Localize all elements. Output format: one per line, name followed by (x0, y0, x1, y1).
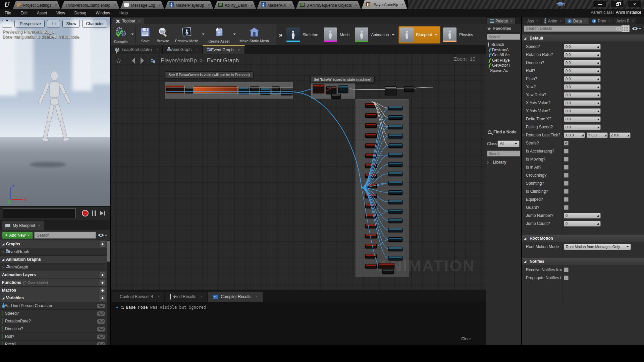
graph-tab-event-graph[interactable]: Event Graph× (203, 45, 245, 54)
reset-value-icon[interactable]: ◢ (597, 94, 599, 97)
details-search-input[interactable] (524, 25, 623, 32)
property-checkbox[interactable] (564, 173, 569, 178)
property-value-field[interactable]: 0.0◢ (564, 76, 601, 82)
graph-node[interactable] (365, 184, 377, 188)
menu-view[interactable]: View (52, 11, 70, 15)
graph-node[interactable] (281, 88, 292, 95)
graph-node[interactable] (388, 237, 402, 242)
graph-tab-leapstart-state[interactable]: LeapStart (state)× (111, 45, 163, 54)
property-value-field[interactable]: 0.0◢ (564, 100, 601, 106)
preview-viewport[interactable]: PerspectiveLitShowCharacterLO Previewing… (0, 17, 111, 206)
palette-item-destroya[interactable]: ƒDestroyA (488, 48, 521, 52)
app-tab-ability-dash[interactable]: Ability_Dash× (214, 1, 256, 9)
tree-item-direction[interactable]: Direction? (0, 325, 107, 333)
viewport-button-perspective[interactable]: Perspective (14, 20, 45, 28)
property-value-field[interactable]: 0.0◢ (564, 116, 601, 122)
close-icon[interactable]: × (608, 19, 610, 23)
add-button[interactable]: + (100, 288, 105, 293)
close-icon[interactable]: × (536, 19, 538, 23)
details-tab-ass[interactable]: Ass× (523, 18, 541, 24)
app-tab-3-animsequence-objects[interactable]: 3 AnimSequence Objects× (296, 1, 361, 9)
graph-node[interactable] (388, 153, 402, 157)
breadcrumb-current[interactable]: Event Graph (207, 57, 239, 64)
menu-window[interactable]: Window (91, 11, 115, 15)
reset-value-icon[interactable]: ◢ (597, 45, 599, 48)
graph-node[interactable] (365, 123, 377, 128)
my-blueprint-search-input[interactable] (34, 232, 96, 239)
graph-node[interactable] (365, 204, 377, 208)
details-section-root-motion[interactable]: ◢Root Motion (522, 235, 644, 242)
graph-node[interactable] (365, 174, 377, 178)
property-value-field[interactable]: 0.0◢ (564, 68, 601, 74)
reset-value-icon[interactable]: ◢ (604, 134, 606, 137)
palette-item-get-playe[interactable]: ƒGet Playe (488, 58, 521, 63)
reset-value-icon[interactable]: ◢ (597, 110, 599, 113)
add-button[interactable]: + (100, 280, 105, 286)
close-icon[interactable]: × (200, 294, 203, 299)
reset-value-icon[interactable]: ◢ (582, 134, 584, 137)
add-button[interactable]: + (100, 241, 105, 247)
record-button[interactable] (82, 210, 89, 217)
close-icon[interactable]: × (632, 19, 634, 23)
property-value-field[interactable]: 0.0◢ (564, 44, 601, 50)
graph-comment[interactable]: See if PawnOwner is valid (will not be i… (165, 71, 253, 78)
vector-x-field[interactable]: X0.0◢ (564, 132, 585, 138)
expander-icon[interactable]: ▷ (487, 161, 489, 164)
reset-value-icon[interactable]: ◢ (597, 77, 599, 80)
preview-mesh-button[interactable]: Preview Mesh (172, 24, 201, 45)
variable-visibility-toggle[interactable] (97, 319, 105, 324)
property-dropdown[interactable]: Root Motion from Montages Only (564, 244, 631, 250)
reset-value-icon[interactable]: ◢ (597, 126, 599, 129)
visibility-filter-button[interactable] (97, 233, 108, 237)
browse-button[interactable]: Browse (154, 24, 172, 45)
variable-visibility-toggle[interactable] (97, 342, 105, 345)
close-button[interactable]: × (628, 1, 641, 7)
graph-node[interactable] (365, 244, 377, 248)
viewport-button-character[interactable]: Character (82, 20, 107, 28)
save-button[interactable]: Save (137, 24, 154, 45)
graph-node[interactable] (385, 86, 396, 95)
node-search-input[interactable] (487, 150, 520, 157)
add-new-button[interactable]: + Add New (2, 232, 33, 239)
favorites-search-input[interactable] (487, 34, 520, 40)
mode-animation[interactable]: Animation (354, 26, 397, 43)
bottom-tab-compiler-results[interactable]: >_Compiler Results× (208, 292, 262, 302)
viewport-button-show[interactable]: Show (62, 20, 80, 28)
graph-node[interactable] (365, 264, 377, 268)
parent-class-value[interactable]: Anim Instance (616, 10, 641, 15)
menu-help[interactable]: Help (115, 11, 132, 15)
collapse-triangle-icon[interactable]: ◢ (2, 296, 4, 300)
details-tab-anim-p[interactable]: Anim P× (614, 18, 637, 24)
caret-down-icon[interactable] (202, 34, 205, 36)
app-tab-masteraix[interactable]: MasterAiX× (257, 1, 295, 9)
collapse-triangle-icon[interactable]: ◢ (2, 258, 4, 261)
variable-visibility-toggle[interactable] (97, 304, 105, 308)
graph-node[interactable] (388, 134, 402, 138)
collapse-triangle-icon[interactable]: ◢ (524, 260, 526, 263)
close-icon[interactable]: × (156, 47, 158, 52)
graph-node[interactable] (250, 86, 259, 93)
graph-comment[interactable]: Set 'IsInAir' (used in state machine) (310, 76, 375, 83)
variable-visibility-toggle[interactable] (97, 335, 105, 339)
favorite-star-icon[interactable]: ☆ (116, 57, 121, 65)
graph-node[interactable] (166, 85, 184, 94)
tutorial-cap-icon[interactable] (556, 1, 565, 8)
tree-item-pitch[interactable]: Pitch? (0, 341, 107, 345)
collapse-triangle-icon[interactable]: ◢ (524, 37, 526, 40)
mode-blueprint[interactable]: Blueprint (398, 26, 440, 44)
menu-edit[interactable]: Edit (16, 11, 32, 15)
close-icon[interactable]: × (401, 2, 404, 7)
graph-node[interactable] (382, 269, 394, 274)
reset-value-icon[interactable]: ◢ (597, 53, 599, 56)
breadcrumb-root[interactable]: PlayerAnimBp (161, 57, 197, 64)
details-view-options[interactable] (631, 26, 642, 31)
property-matrix-button[interactable] (622, 25, 630, 32)
bottom-tab-find-results[interactable]: Find Results× (165, 292, 207, 302)
caret-down-icon[interactable] (435, 34, 437, 37)
close-icon[interactable]: × (510, 19, 513, 23)
property-checkbox[interactable] (564, 165, 569, 170)
graph-node[interactable] (388, 162, 402, 167)
graph-node[interactable] (194, 86, 237, 94)
clear-log-button[interactable]: Clear (461, 337, 471, 341)
graph-node[interactable] (338, 85, 348, 93)
